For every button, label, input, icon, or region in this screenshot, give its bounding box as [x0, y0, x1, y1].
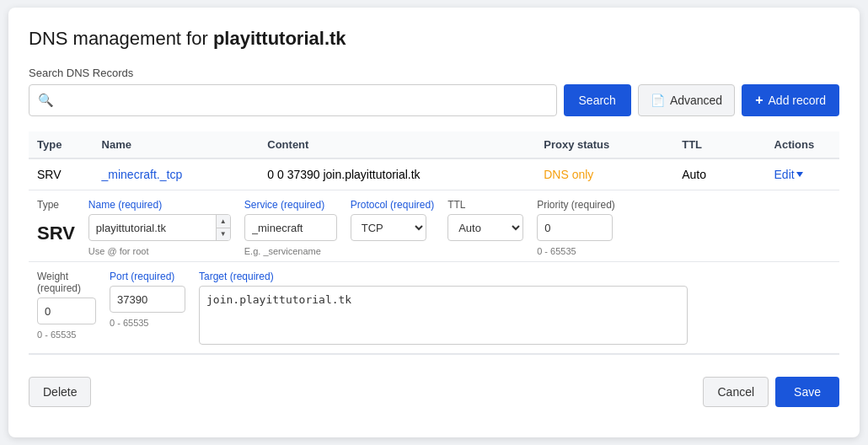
- service-hint: E.g. _servicename: [244, 246, 337, 256]
- edit-form-section-1: Type SRV Name (required) ▲ ▼: [29, 190, 839, 262]
- save-button[interactable]: Save: [775, 377, 839, 407]
- priority-input[interactable]: [537, 214, 613, 241]
- dns-management-card: DNS management for playittutorial.tk Sea…: [8, 8, 860, 437]
- weight-field-group: Weight (required) 0 - 65535: [37, 271, 96, 340]
- edit-form-row-1: Type SRV Name (required) ▲ ▼: [29, 190, 839, 355]
- plus-icon: +: [755, 93, 763, 108]
- service-input[interactable]: [244, 214, 337, 241]
- name-field-group: Name (required) ▲ ▼ Use @ for root: [88, 199, 231, 256]
- name-arrow-down[interactable]: ▼: [217, 228, 230, 241]
- table-row: SRV _minecraft._tcp 0 0 37390 join.playi…: [29, 158, 839, 190]
- target-label: Target (required): [199, 271, 688, 282]
- priority-hint: 0 - 65535: [537, 246, 615, 256]
- dns-table: Type Name Content Proxy status TTL Actio…: [29, 131, 839, 355]
- search-input-wrap: 🔍: [29, 84, 557, 116]
- weight-hint: 0 - 65535: [37, 330, 96, 340]
- weight-input[interactable]: [37, 298, 96, 324]
- row-proxy-status: DNS only: [535, 158, 673, 190]
- protocol-select[interactable]: TCP UDP TLS: [351, 214, 426, 241]
- add-record-button[interactable]: + Add record: [742, 84, 839, 116]
- weight-label: Weight (required): [37, 271, 96, 294]
- edit-form-section-2: Weight (required) 0 - 65535 Port (requir…: [29, 262, 839, 354]
- target-field-group: Target (required) join.playittutorial.tk: [199, 271, 688, 345]
- ttl-select[interactable]: Auto 1 min 2 min 5 min: [447, 214, 523, 241]
- priority-label: Priority (required): [537, 199, 615, 211]
- priority-field-group: Priority (required) 0 - 65535: [537, 199, 615, 256]
- type-value: SRV: [37, 214, 75, 244]
- protocol-field-group: Protocol (required) TCP UDP TLS: [351, 199, 434, 241]
- name-input-arrows: ▲ ▼: [216, 215, 230, 240]
- name-hint: Use @ for root: [88, 246, 231, 256]
- target-input[interactable]: join.playittutorial.tk: [199, 286, 688, 345]
- row-ttl: Auto: [673, 158, 765, 190]
- col-header-type: Type: [29, 131, 94, 158]
- chevron-down-icon: [796, 172, 803, 177]
- search-icon: 🔍: [38, 93, 54, 108]
- name-arrow-up[interactable]: ▲: [217, 215, 230, 228]
- search-button[interactable]: Search: [564, 84, 631, 116]
- table-header-row: Type Name Content Proxy status TTL Actio…: [29, 131, 839, 158]
- bottom-action-bar: Delete Cancel Save: [29, 365, 839, 407]
- row-type: SRV: [29, 158, 94, 190]
- page-title: DNS management for playittutorial.tk: [29, 28, 839, 50]
- col-header-proxy: Proxy status: [535, 131, 673, 158]
- type-field-group: Type SRV: [37, 199, 75, 244]
- edit-link[interactable]: Edit: [774, 168, 831, 181]
- row-content: 0 0 37390 join.playittutorial.tk: [259, 158, 535, 190]
- service-field-group: Service (required) E.g. _servicename: [244, 199, 337, 256]
- name-input[interactable]: [89, 217, 216, 239]
- right-actions: Cancel Save: [703, 377, 839, 407]
- row-name: _minecraft._tcp: [94, 158, 260, 190]
- ttl-label: TTL: [447, 199, 523, 211]
- service-label: Service (required): [244, 199, 337, 211]
- cancel-button[interactable]: Cancel: [703, 377, 769, 407]
- search-row: 🔍 Search 📄 Advanced + Add record: [29, 84, 839, 116]
- ttl-field-group: TTL Auto 1 min 2 min 5 min: [447, 199, 523, 241]
- advanced-button[interactable]: 📄 Advanced: [638, 84, 735, 116]
- type-label: Type: [37, 199, 75, 211]
- col-header-content: Content: [259, 131, 535, 158]
- col-header-ttl: TTL: [673, 131, 765, 158]
- protocol-label: Protocol (required): [351, 199, 434, 211]
- port-label: Port (required): [110, 271, 185, 282]
- col-header-name: Name: [94, 131, 260, 158]
- name-input-wrap: ▲ ▼: [88, 214, 231, 241]
- port-hint: 0 - 65535: [110, 318, 185, 328]
- row-actions: Edit: [766, 158, 839, 190]
- delete-button[interactable]: Delete: [29, 377, 91, 407]
- search-label: Search DNS Records: [29, 67, 839, 79]
- name-label: Name (required): [88, 199, 231, 211]
- document-icon: 📄: [651, 94, 665, 107]
- port-input[interactable]: [110, 286, 185, 313]
- port-field-group: Port (required) 0 - 65535: [110, 271, 185, 328]
- search-input[interactable]: [59, 94, 548, 107]
- col-header-actions: Actions: [766, 131, 839, 158]
